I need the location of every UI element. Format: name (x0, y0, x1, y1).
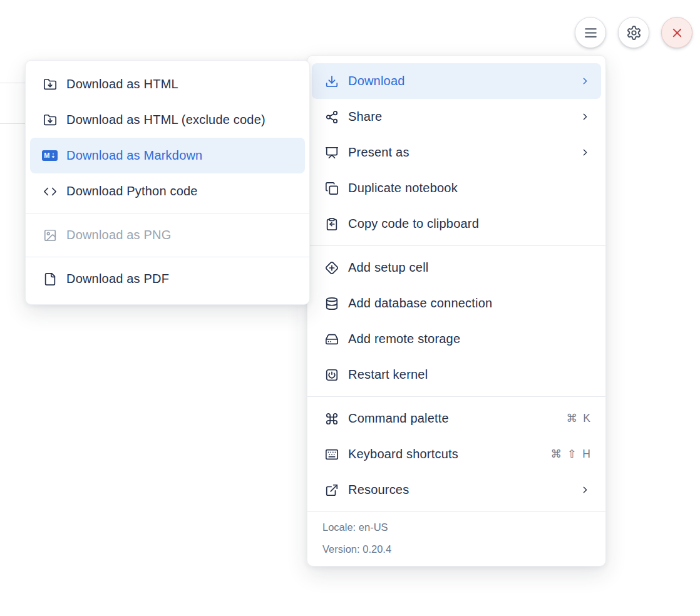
menu-item-label: Download as PDF (66, 272, 294, 286)
settings-button[interactable] (618, 17, 649, 48)
download-submenu: Download as HTMLDownload as HTML (exclud… (25, 60, 310, 305)
menu-item-resources[interactable]: Resources (312, 472, 601, 508)
menu-item-label: Add setup cell (348, 260, 590, 275)
menu-group: DownloadSharePresent asDuplicate noteboo… (307, 63, 605, 242)
clipboard-copy-icon (324, 217, 339, 232)
diamond-plus-icon (324, 260, 339, 275)
shortcut-hint: ⌘K (566, 412, 590, 425)
version-text: Version: 0.20.4 (322, 538, 590, 560)
shortcut-key: ⌘ (566, 412, 577, 425)
menu-group: Download as PNG (26, 217, 309, 253)
menu-item-label: Keyboard shortcuts (348, 447, 551, 461)
menu-item-label: Restart kernel (348, 367, 590, 382)
menu-item-label: Copy code to clipboard (348, 217, 590, 231)
database-icon (324, 296, 339, 311)
menu-item-download-as-png: Download as PNG (30, 217, 305, 253)
menu-item-label: Command palette (348, 411, 566, 426)
shortcut-hint: ⌘⇧H (551, 448, 590, 461)
menu-item-label: Resources (348, 483, 572, 497)
menu-item-download-as-html-exclude-code[interactable]: Download as HTML (exclude code) (30, 102, 305, 138)
menu-footer: Locale: en-US Version: 0.20.4 (307, 511, 605, 566)
hard-drive-icon (324, 332, 339, 347)
menu-item-copy-code-to-clipboard[interactable]: Copy code to clipboard (312, 206, 601, 242)
menu-separator (26, 213, 309, 213)
chevron-right-icon (580, 111, 590, 122)
menu-item-label: Share (348, 110, 572, 124)
hamburger-icon (583, 25, 599, 41)
menu-item-download[interactable]: Download (312, 63, 601, 99)
menu-item-label: Download as PNG (66, 228, 294, 242)
code-icon (42, 184, 58, 199)
chevron-right-icon (580, 485, 590, 495)
menu-separator (307, 245, 605, 246)
menu-separator (26, 257, 309, 257)
shortcut-key: K (583, 412, 590, 425)
menu-item-share[interactable]: Share (312, 99, 601, 135)
menu-item-download-as-html[interactable]: Download as HTML (30, 66, 305, 102)
folder-download-icon (42, 113, 58, 128)
shortcut-key: H (582, 448, 590, 461)
menu-item-add-setup-cell[interactable]: Add setup cell (312, 250, 601, 285)
menu-group: Command palette⌘KKeyboard shortcuts⌘⇧HRe… (307, 401, 605, 508)
close-icon (670, 26, 684, 40)
chevron-right-icon (580, 147, 590, 158)
menu-item-keyboard-shortcuts[interactable]: Keyboard shortcuts⌘⇧H (312, 436, 601, 472)
locale-text: Locale: en-US (322, 516, 590, 538)
menu-item-present-as[interactable]: Present as (312, 135, 601, 170)
keyboard-icon (324, 447, 339, 462)
menu-item-command-palette[interactable]: Command palette⌘K (312, 401, 601, 436)
external-link-icon (324, 483, 339, 498)
page-divider-line (0, 83, 26, 83)
command-icon (324, 411, 339, 426)
folder-download-icon (42, 77, 58, 92)
menu-item-label: Duplicate notebook (348, 181, 590, 195)
menu-item-label: Download (348, 74, 572, 88)
notebook-actions-menu: DownloadSharePresent asDuplicate noteboo… (307, 55, 606, 567)
duplicate-icon (324, 181, 339, 196)
presentation-icon (324, 145, 339, 160)
menu-item-restart-kernel[interactable]: Restart kernel (312, 357, 601, 393)
menu-item-duplicate-notebook[interactable]: Duplicate notebook (312, 170, 601, 206)
gear-icon (626, 25, 642, 41)
menu-item-download-as-markdown[interactable]: M⇣Download as Markdown (30, 138, 305, 173)
menu-item-label: Present as (348, 145, 572, 160)
menu-group: Add setup cellAdd database connectionAdd… (307, 250, 605, 393)
menu-item-add-remote-storage[interactable]: Add remote storage (312, 321, 601, 357)
menu-item-label: Download as HTML (66, 77, 294, 91)
download-icon (324, 74, 339, 89)
menu-item-label: Add database connection (348, 296, 590, 311)
markdown-download-icon: M⇣ (42, 148, 58, 163)
menu-item-download-as-pdf[interactable]: Download as PDF (30, 261, 305, 297)
menu-group: Download as PDF (26, 261, 309, 297)
shortcut-key: ⌘ (551, 448, 562, 461)
menu-item-download-python-code[interactable]: Download Python code (30, 173, 305, 209)
menu-button[interactable] (575, 17, 606, 48)
window-toolbar (575, 17, 692, 48)
image-icon (42, 228, 58, 243)
page-divider-line (0, 123, 26, 124)
close-button[interactable] (661, 17, 692, 48)
menu-item-label: Add remote storage (348, 332, 590, 346)
menu-separator (307, 396, 605, 397)
chevron-right-icon (580, 76, 590, 86)
menu-item-label: Download Python code (66, 184, 294, 198)
menu-item-add-database-connection[interactable]: Add database connection (312, 285, 601, 321)
power-icon (324, 367, 339, 382)
menu-item-label: Download as Markdown (66, 148, 294, 163)
menu-item-label: Download as HTML (exclude code) (66, 113, 294, 127)
shortcut-key: ⇧ (567, 448, 577, 461)
menu-group: Download as HTMLDownload as HTML (exclud… (26, 66, 309, 209)
file-icon (42, 272, 58, 287)
share-icon (324, 110, 339, 125)
